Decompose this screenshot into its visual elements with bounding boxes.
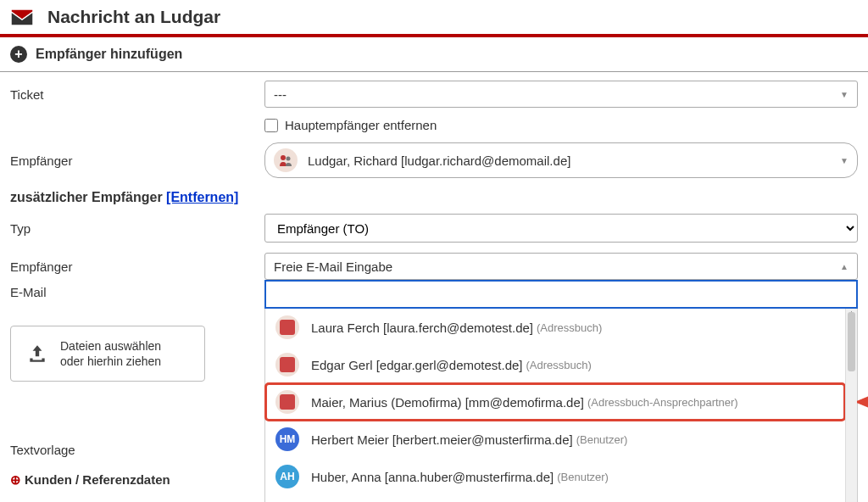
people-icon (274, 148, 298, 172)
recipient2-label: Empfänger (10, 259, 264, 274)
textvorlage-label: Textvorlage (10, 443, 858, 457)
upload-text: Dateien auswählen oder hierhin ziehen (60, 338, 161, 369)
page-header: Nachricht an Ludgar (0, 0, 868, 37)
upload-icon (26, 343, 48, 365)
type-label: Typ (10, 221, 264, 236)
chevron-down-icon (840, 90, 849, 99)
svg-point-1 (287, 157, 291, 161)
recipient-select[interactable]: Ludgar, Richard [ludgar.richard@demomail… (264, 142, 858, 178)
recipient2-select[interactable]: Freie E-Mail Eingabe (264, 253, 858, 280)
kunden-section-toggle[interactable]: ⊕Kunden / Referenzdaten (10, 472, 858, 488)
type-select[interactable]: Empfänger (TO) (264, 214, 858, 243)
file-upload-dropzone[interactable]: Dateien auswählen oder hierhin ziehen (10, 326, 205, 382)
email-input[interactable] (264, 280, 858, 309)
email-label: E-Mail (10, 280, 264, 299)
plus-icon: + (10, 46, 27, 63)
additional-recipient-header: zusätzlicher Empfänger [Entfernen] (10, 190, 858, 205)
add-recipient-label: Empfänger hinzufügen (36, 47, 182, 62)
ticket-select[interactable]: --- (264, 81, 858, 108)
chevron-up-icon (840, 262, 849, 271)
ticket-value: --- (274, 87, 287, 102)
recipient-label: Empfänger (10, 153, 264, 168)
recipient2-value: Freie E-Mail Eingabe (274, 259, 392, 274)
expand-icon: ⊕ (10, 472, 21, 487)
remove-link[interactable]: [Entfernen] (166, 190, 238, 204)
page-title: Nachricht an Ludgar (47, 7, 220, 27)
add-recipient-bar[interactable]: + Empfänger hinzufügen (0, 37, 868, 72)
ticket-label: Ticket (10, 87, 264, 102)
remove-main-recipient-label: Hauptempfänger entfernen (285, 118, 437, 132)
remove-main-recipient-checkbox[interactable] (264, 119, 278, 132)
recipient-value: Ludgar, Richard [ludgar.richard@demomail… (308, 153, 570, 168)
svg-point-0 (281, 155, 286, 160)
mail-icon (10, 8, 34, 25)
chevron-down-icon (840, 156, 849, 165)
